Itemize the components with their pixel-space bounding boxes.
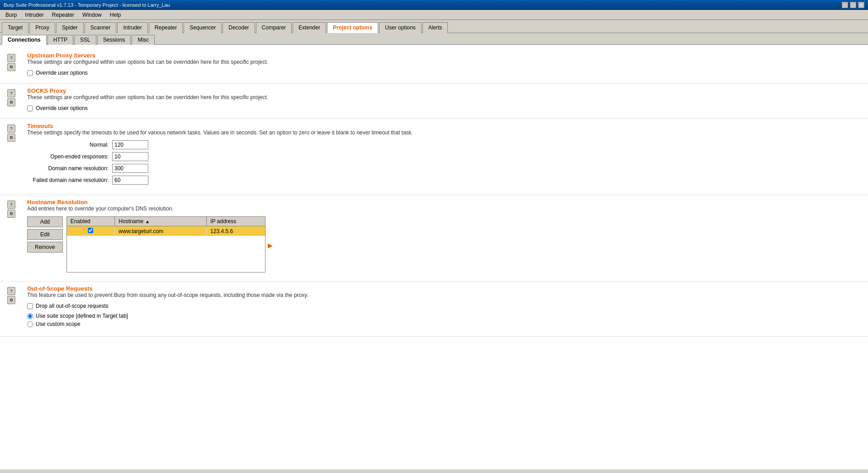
hostname-row-ip: 123.4.5.6	[207, 226, 265, 236]
subtab-ssl[interactable]: SSL	[74, 35, 96, 45]
hostname-resolution-desc: Add entries here to override your comput…	[27, 205, 861, 212]
out-of-scope-radio-suite: Use suite scope [defined in Target tab]	[27, 313, 861, 319]
out-of-scope-desc: This feature can be used to prevent Burp…	[27, 292, 861, 298]
tab-extender[interactable]: Extender	[293, 22, 326, 33]
table-row[interactable]: www.targeturl.com 123.4.5.6	[67, 226, 265, 236]
hostname-row-hostname: www.targeturl.com	[115, 226, 207, 236]
tab-target[interactable]: Target	[2, 22, 28, 33]
out-of-scope-settings-icon[interactable]: ⚙	[7, 296, 15, 304]
title-bar: Burp Suite Professional v1.7.13 - Tempor…	[0, 0, 868, 10]
radio-suite-scope-label: Use suite scope [defined in Target tab]	[36, 313, 128, 319]
timeout-normal-input[interactable]	[112, 140, 148, 149]
tab-alerts[interactable]: Alerts	[422, 22, 448, 33]
menu-help[interactable]: Help	[106, 11, 125, 19]
hostname-edit-button[interactable]: Edit	[27, 229, 63, 240]
hostname-col-hostname[interactable]: Hostname ▲	[115, 217, 207, 226]
radio-custom-scope[interactable]	[27, 321, 33, 327]
socks-proxy-help-icon[interactable]: ?	[7, 89, 15, 97]
out-of-scope-radio-custom: Use custom scope	[27, 321, 861, 327]
sub-tab-bar: Connections HTTP SSL Sessions Misc	[0, 33, 868, 44]
socks-proxy-settings-icon[interactable]: ⚙	[7, 98, 15, 106]
timeout-failed-dns-row: Failed domain name resolution:	[27, 176, 861, 185]
tab-project-options[interactable]: Project options	[327, 22, 378, 33]
menu-bar: Burp Intruder Repeater Window Help	[0, 10, 868, 20]
upstream-proxy-settings-icon[interactable]: ⚙	[7, 63, 15, 71]
close-button[interactable]: ✕	[858, 2, 864, 8]
out-of-scope-section: ? ⚙ Out-of-Scope Requests This feature c…	[0, 282, 868, 337]
timeout-dns-row: Domain name resolution:	[27, 164, 861, 173]
menu-window[interactable]: Window	[79, 11, 105, 19]
hostname-table-buttons: Add Edit Remove	[27, 216, 63, 253]
hostname-help-icon[interactable]: ?	[7, 201, 15, 209]
timeouts-content: Normal: Open-ended responses: Domain nam…	[27, 140, 861, 185]
menu-intruder[interactable]: Intruder	[21, 11, 47, 19]
tab-sequencer[interactable]: Sequencer	[184, 22, 222, 33]
timeout-open-ended-label: Open-ended responses:	[27, 153, 109, 160]
socks-proxy-override-label: Override user options	[36, 105, 88, 111]
timeout-open-ended-input[interactable]	[112, 152, 148, 161]
tab-comparer[interactable]: Comparer	[256, 22, 292, 33]
socks-proxy-override-checkbox[interactable]	[27, 105, 33, 111]
timeout-dns-label: Domain name resolution:	[27, 165, 109, 172]
upstream-proxy-override-checkbox[interactable]	[27, 70, 33, 76]
timeout-normal-label: Normal:	[27, 142, 109, 148]
subtab-http[interactable]: HTTP	[47, 35, 73, 45]
upstream-proxy-section: ? ⚙ Upstream Proxy Servers These setting…	[0, 48, 868, 84]
hostname-settings-icon[interactable]: ⚙	[7, 210, 15, 218]
timeouts-settings-icon[interactable]: ⚙	[7, 134, 15, 142]
upstream-proxy-desc: These settings are configured within use…	[27, 59, 861, 65]
title-bar-text: Burp Suite Professional v1.7.13 - Tempor…	[4, 2, 170, 8]
timeout-open-ended-row: Open-ended responses:	[27, 152, 861, 161]
radio-custom-scope-label: Use custom scope	[36, 321, 81, 327]
hostname-table-with-buttons: Add Edit Remove Enabled	[27, 216, 861, 274]
subtab-misc[interactable]: Misc	[132, 35, 155, 45]
upstream-proxy-title: Upstream Proxy Servers	[27, 52, 861, 59]
hostname-add-button[interactable]: Add	[27, 216, 63, 227]
out-of-scope-drop-checkbox[interactable]	[27, 303, 33, 309]
table-scroll-arrow: ▶	[268, 242, 273, 249]
upstream-proxy-help-icon[interactable]: ?	[7, 54, 15, 62]
tab-proxy[interactable]: Proxy	[29, 22, 55, 33]
tab-intruder[interactable]: Intruder	[117, 22, 147, 33]
tab-user-options[interactable]: User options	[379, 22, 421, 33]
out-of-scope-drop-row: Drop all out-of-scope requests	[27, 303, 861, 309]
subtab-connections[interactable]: Connections	[2, 35, 47, 45]
timeout-dns-input[interactable]	[112, 164, 148, 173]
socks-proxy-section: ? ⚙ SOCKS Proxy These settings are confi…	[0, 84, 868, 119]
tab-scanner[interactable]: Scanner	[85, 22, 117, 33]
maximize-button[interactable]: □	[850, 2, 856, 8]
socks-proxy-override-row: Override user options	[27, 105, 861, 111]
upstream-proxy-override-label: Override user options	[36, 70, 88, 76]
out-of-scope-content: Drop all out-of-scope requests Use suite…	[27, 303, 861, 327]
socks-proxy-title: SOCKS Proxy	[27, 87, 861, 94]
hostname-row-enabled-checkbox[interactable]	[88, 228, 93, 233]
upstream-proxy-content: Override user options	[27, 70, 861, 76]
timeouts-help-icon[interactable]: ?	[7, 124, 15, 133]
content-area: ? ⚙ Upstream Proxy Servers These setting…	[0, 44, 868, 469]
tab-spider[interactable]: Spider	[56, 22, 84, 33]
hostname-row-enabled	[67, 226, 115, 236]
tab-repeater[interactable]: Repeater	[149, 22, 183, 33]
tab-decoder[interactable]: Decoder	[223, 22, 255, 33]
menu-repeater[interactable]: Repeater	[48, 11, 78, 19]
timeout-normal-row: Normal:	[27, 140, 861, 149]
hostname-col-ip[interactable]: IP address	[207, 217, 265, 226]
main-tab-bar: Target Proxy Spider Scanner Intruder Rep…	[0, 20, 868, 33]
timeouts-section: ? ⚙ Timeouts These settings specify the …	[0, 119, 868, 195]
timeouts-desc: These settings specify the timeouts to b…	[27, 129, 861, 136]
hostname-col-enabled[interactable]: Enabled	[67, 217, 115, 226]
hostname-table-container: Enabled Hostname ▲	[66, 216, 266, 272]
out-of-scope-title: Out-of-Scope Requests	[27, 285, 861, 292]
menu-burp[interactable]: Burp	[2, 11, 20, 19]
out-of-scope-help-icon[interactable]: ?	[7, 287, 15, 295]
title-bar-controls: − □ ✕	[842, 2, 864, 8]
out-of-scope-drop-label: Drop all out-of-scope requests	[36, 303, 109, 309]
hostname-resolution-content: Add Edit Remove Enabled	[27, 216, 861, 274]
minimize-button[interactable]: −	[842, 2, 848, 8]
subtab-sessions[interactable]: Sessions	[97, 35, 131, 45]
hostname-remove-button[interactable]: Remove	[27, 242, 63, 253]
timeout-failed-dns-input[interactable]	[112, 176, 148, 185]
radio-suite-scope[interactable]	[27, 313, 33, 319]
upstream-proxy-override-row: Override user options	[27, 70, 861, 76]
table-row-empty	[67, 236, 265, 272]
